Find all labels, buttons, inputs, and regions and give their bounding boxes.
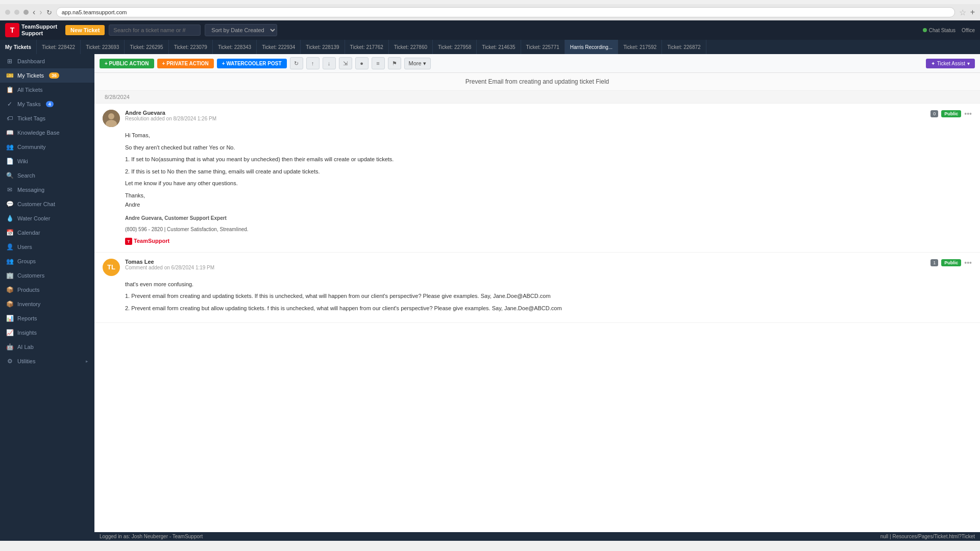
star-button[interactable]: ☆ bbox=[959, 8, 966, 17]
sidebar-label-groups: Groups bbox=[17, 258, 36, 264]
app-container: T TeamSupport Support New Ticket Sort by… bbox=[0, 20, 980, 541]
ticket-assist-chevron: ▾ bbox=[967, 61, 970, 66]
tab-223693[interactable]: Ticket: 223693 bbox=[81, 40, 125, 54]
sidebar-item-customer-chat[interactable]: 💬 Customer Chat bbox=[0, 197, 94, 211]
sidebar-item-insights[interactable]: 📈 Insights bbox=[0, 325, 94, 340]
ticket-search-input[interactable] bbox=[109, 24, 201, 36]
tab-harris-recording[interactable]: Harris Recording... bbox=[565, 40, 618, 54]
sidebar-item-reports[interactable]: 📊 Reports bbox=[0, 311, 94, 325]
office-status[interactable]: Office bbox=[962, 28, 975, 33]
tab-my-tickets[interactable]: My Tickets bbox=[0, 40, 37, 54]
sidebar-label-ticket-tags: Ticket Tags bbox=[17, 115, 45, 121]
sidebar-item-ticket-tags[interactable]: 🏷 Ticket Tags bbox=[0, 111, 94, 126]
tab-228422[interactable]: Ticket: 228422 bbox=[37, 40, 81, 54]
watercooler-post-button[interactable]: + WATERCOOLER POST bbox=[217, 59, 287, 68]
customers-icon: 🏢 bbox=[6, 272, 13, 279]
tab-223079[interactable]: Ticket: 223079 bbox=[169, 40, 213, 54]
sort-select[interactable]: Sort by Date Created bbox=[205, 24, 277, 36]
circle-icon-btn[interactable]: ● bbox=[355, 57, 369, 69]
url-bar[interactable]: app.na5.teamsupport.com bbox=[56, 7, 955, 17]
logo-text: TeamSupport Support bbox=[21, 23, 57, 37]
sidebar-item-products[interactable]: 📦 Products bbox=[0, 283, 94, 297]
sidebar-label-wiki: Wiki bbox=[17, 158, 28, 164]
tab-228343[interactable]: Ticket: 228343 bbox=[213, 40, 257, 54]
tab-217762[interactable]: Ticket: 217762 bbox=[345, 40, 389, 54]
tab-225771[interactable]: Ticket: 225771 bbox=[521, 40, 565, 54]
utilities-chevron: ▸ bbox=[86, 359, 88, 364]
refresh-icon-btn[interactable]: ↻ bbox=[290, 57, 303, 69]
tab-227958[interactable]: Ticket: 227958 bbox=[433, 40, 477, 54]
products-icon: 📦 bbox=[6, 286, 13, 293]
flag-icon-btn[interactable]: ⚑ bbox=[388, 57, 401, 69]
forward-button[interactable]: › bbox=[39, 8, 42, 17]
sidebar-item-utilities[interactable]: ⚙ Utilities ▸ bbox=[0, 354, 94, 368]
sidebar-item-wiki[interactable]: 📄 Wiki bbox=[0, 154, 94, 168]
sidebar-item-calendar[interactable]: 📅 Calendar bbox=[0, 226, 94, 240]
sidebar-item-search[interactable]: 🔍 Search bbox=[0, 168, 94, 183]
browser-titlebar: ‹ › ↻ app.na5.teamsupport.com ☆ + bbox=[0, 4, 980, 20]
sidebar-item-messaging[interactable]: ✉ Messaging bbox=[0, 183, 94, 197]
logo-icon: T bbox=[5, 23, 19, 37]
tab-217592[interactable]: Ticket: 217592 bbox=[618, 40, 662, 54]
sidebar-item-my-tasks[interactable]: ✓ My Tasks 4 bbox=[0, 97, 94, 111]
reload-button[interactable]: ↻ bbox=[46, 9, 52, 16]
upload-icon-btn[interactable]: ↑ bbox=[306, 57, 320, 69]
add-tab-button[interactable]: + bbox=[970, 8, 975, 17]
sidebar-item-community[interactable]: 👥 Community bbox=[0, 140, 94, 154]
ticket-assist-button[interactable]: ✦ Ticket Assist ▾ bbox=[926, 59, 975, 68]
count-badge-andre: 0 bbox=[930, 110, 938, 117]
list-icon-btn[interactable]: ≡ bbox=[372, 57, 385, 69]
url-path: Resources/Pages/Ticket.html?Ticket bbox=[892, 534, 975, 539]
messaging-icon: ✉ bbox=[6, 186, 13, 193]
dots-menu-tomas[interactable]: ••• bbox=[964, 259, 972, 267]
status-bar: Logged in as: Josh Neuberger - TeamSuppo… bbox=[94, 532, 980, 541]
sidebar-item-users[interactable]: 👤 Users bbox=[0, 240, 94, 254]
team-support-logo: T TeamSupport bbox=[125, 237, 972, 246]
tab-214635[interactable]: Ticket: 214635 bbox=[477, 40, 521, 54]
sidebar-item-inventory[interactable]: 📦 Inventory bbox=[0, 297, 94, 311]
badge-area-andre: 0 Public ••• bbox=[930, 110, 972, 118]
sidebar-item-dashboard[interactable]: ⊞ Dashboard bbox=[0, 54, 94, 68]
sidebar: ⊞ Dashboard 🎫 My Tickets 36 📋 All Ticket… bbox=[0, 54, 94, 541]
sidebar-item-water-cooler[interactable]: 💧 Water Cooler bbox=[0, 211, 94, 226]
ticket-assist-icon: ✦ bbox=[931, 61, 935, 66]
sidebar-item-customers[interactable]: 🏢 Customers bbox=[0, 268, 94, 283]
users-icon: 👤 bbox=[6, 243, 13, 251]
sidebar-label-knowledge-base: Knowledge Base bbox=[17, 130, 60, 136]
new-ticket-button[interactable]: New Ticket bbox=[65, 25, 105, 35]
more-chevron-icon: ▾ bbox=[423, 60, 426, 67]
tab-226872[interactable]: Ticket: 226872 bbox=[662, 40, 706, 54]
message-header-andre: Andre Guevara Resolution added on 8/28/2… bbox=[103, 110, 972, 127]
logo: T TeamSupport Support bbox=[5, 23, 57, 37]
dots-menu-andre[interactable]: ••• bbox=[964, 110, 972, 118]
null-text: null bbox=[880, 534, 889, 539]
message-header-tomas: TL Tomas Lee Comment added on 6/28/2024 … bbox=[103, 259, 972, 276]
more-button[interactable]: More ▾ bbox=[404, 58, 431, 69]
author-andre: Andre Guevara bbox=[125, 110, 972, 116]
tab-227860[interactable]: Ticket: 227860 bbox=[389, 40, 433, 54]
sidebar-item-groups[interactable]: 👥 Groups bbox=[0, 254, 94, 268]
all-tickets-icon: 📋 bbox=[6, 86, 13, 93]
sidebar-item-ai-lab[interactable]: 🤖 AI Lab bbox=[0, 340, 94, 354]
sidebar-item-knowledge-base[interactable]: 📖 Knowledge Base bbox=[0, 126, 94, 140]
time-andre: Resolution added on 8/28/2024 1:26 PM bbox=[125, 116, 972, 121]
public-badge-andre: Public bbox=[941, 110, 961, 117]
private-action-button[interactable]: + PRIVATE ACTION bbox=[157, 59, 214, 68]
tab-228139[interactable]: Ticket: 228139 bbox=[301, 40, 345, 54]
top-nav: T TeamSupport Support New Ticket Sort by… bbox=[0, 20, 980, 40]
status-right: null | Resources/Pages/Ticket.html?Ticke… bbox=[880, 534, 975, 539]
sidebar-label-customers: Customers bbox=[17, 272, 44, 279]
sidebar-label-utilities: Utilities bbox=[17, 358, 35, 364]
download-icon-btn[interactable]: ↓ bbox=[323, 57, 336, 69]
back-button[interactable]: ‹ bbox=[33, 8, 35, 17]
sidebar-item-my-tickets[interactable]: 🎫 My Tickets 36 bbox=[0, 68, 94, 83]
tab-222934[interactable]: Ticket: 222934 bbox=[257, 40, 301, 54]
resize-icon-btn[interactable]: ⇲ bbox=[339, 57, 352, 69]
svg-text:T: T bbox=[128, 239, 130, 244]
sidebar-item-all-tickets[interactable]: 📋 All Tickets bbox=[0, 83, 94, 97]
sidebar-label-reports: Reports bbox=[17, 315, 37, 321]
my-tickets-icon: 🎫 bbox=[6, 72, 13, 79]
chat-status[interactable]: Chat Status bbox=[923, 28, 955, 33]
public-action-button[interactable]: + PUBLIC ACTION bbox=[100, 59, 154, 68]
tab-226295[interactable]: Ticket: 226295 bbox=[125, 40, 168, 54]
